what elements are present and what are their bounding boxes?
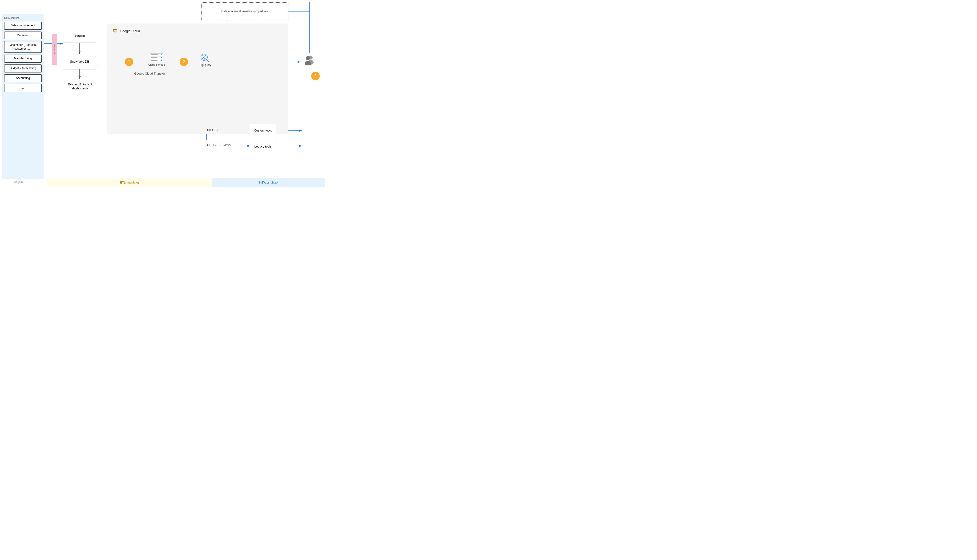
old-analyse-label: Old analyse [53,44,55,55]
cloud-storage-label: Cloud Storage [148,63,165,66]
custom-tools-label: Custom tools [254,129,272,132]
ds-box-budget: Budget & forecasting [4,65,42,72]
partners-box: Data analysis & visualization partners [201,2,288,20]
etl-zone: ETL (multiple) [47,178,212,187]
badge-3-label: 3 [314,74,317,78]
svg-point-22 [161,54,162,55]
diagram-container: Data sources Sales management Marketing … [0,0,325,187]
ds-box-accounting: Accounting [4,74,42,82]
cloud-storage-box: Cloud Storage [148,53,165,66]
gcloud-logo: Google Cloud [112,28,140,34]
ds-box-sales: Sales management [4,22,42,30]
staging-box: Staging [63,29,96,43]
google-cloud-icon [112,28,119,34]
legacy-tools-box: Legacy tools [250,140,276,153]
users-icon [303,55,316,65]
new-analyze-zone: NEW analyze [212,178,325,187]
data-sources-panel: Data sources Sales management Marketing … [2,14,43,179]
legacy-tools-label: Legacy tools [254,145,272,148]
custom-tools-box: Custom tools [250,124,276,137]
snowflake-label: Snowflake DB [70,60,89,64]
rest-api-label: Rest API [207,128,218,132]
bi-tools-label: Existing BI tools & dashboards [63,83,97,91]
odbc-label: ODBC/JDBC driver [207,143,231,147]
badge-1-label: 1 [128,60,130,64]
svg-point-23 [161,57,162,58]
svg-point-34 [306,56,310,60]
svg-rect-25 [151,54,158,55]
bi-tools-box: Existing BI tools & dashboards [63,79,97,94]
bigquery-box: Q BigQuery [199,53,212,67]
old-analyse-bar: Old analyse [52,34,57,65]
svg-text:Q: Q [203,56,205,59]
gcloud-logo-text: Google Cloud [120,29,140,33]
etl-label: ETL (multiple) [120,181,139,184]
badge-1: 1 [125,58,133,66]
svg-rect-26 [151,57,157,58]
gct-label: Google Cloud Transfer [134,72,165,75]
gcloud-area [107,23,288,134]
snowflake-box: Snowflake DB [63,54,96,69]
new-analyze-label: NEW analyze [259,181,278,184]
staging-label: Staging [74,34,85,38]
acquire-label: Acquire [14,180,24,184]
cloud-storage-icon [149,53,164,62]
svg-rect-27 [151,60,157,61]
ds-box-master-dv: Master DV (Products, customer, ....) [4,41,42,53]
badge-2: 2 [180,58,188,66]
partners-text: Data analysis & visualization partners [221,10,268,13]
ds-box-marketing: Marketing [4,32,42,40]
users-icon-box [300,53,319,67]
svg-line-30 [207,60,209,62]
ds-box-other: ...... [4,84,42,92]
bigquery-label: BigQuery [199,63,211,67]
svg-point-24 [161,60,162,61]
badge-3: 3 [311,72,320,80]
ds-box-manufacturing: Manufacturing [4,55,42,63]
bigquery-icon: Q [199,53,212,62]
badge-2-label: 2 [183,60,185,64]
data-sources-label: Data sources [4,17,42,19]
